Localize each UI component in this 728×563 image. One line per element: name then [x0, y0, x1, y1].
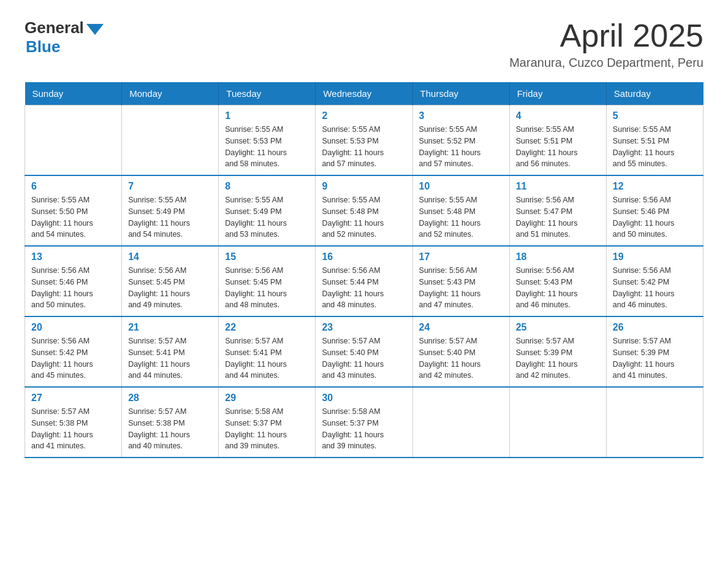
calendar-cell: 6Sunrise: 5:55 AM Sunset: 5:50 PM Daylig…: [25, 175, 122, 246]
calendar-cell: 21Sunrise: 5:57 AM Sunset: 5:41 PM Dayli…: [122, 316, 219, 387]
day-number: 15: [225, 251, 309, 262]
day-info: Sunrise: 5:57 AM Sunset: 5:40 PM Dayligh…: [322, 335, 406, 381]
day-info: Sunrise: 5:55 AM Sunset: 5:50 PM Dayligh…: [31, 194, 115, 240]
day-number: 19: [613, 251, 697, 262]
day-number: 16: [322, 251, 406, 262]
calendar-header-sunday: Sunday: [25, 82, 122, 105]
calendar-cell: 28Sunrise: 5:57 AM Sunset: 5:38 PM Dayli…: [122, 387, 219, 458]
day-number: 20: [31, 322, 115, 333]
day-number: 28: [128, 393, 212, 404]
calendar-table: SundayMondayTuesdayWednesdayThursdayFrid…: [25, 82, 703, 458]
day-info: Sunrise: 5:55 AM Sunset: 5:51 PM Dayligh…: [516, 124, 600, 170]
calendar-cell: 15Sunrise: 5:56 AM Sunset: 5:45 PM Dayli…: [219, 246, 316, 316]
calendar-cell: 11Sunrise: 5:56 AM Sunset: 5:47 PM Dayli…: [509, 175, 606, 246]
day-info: Sunrise: 5:56 AM Sunset: 5:42 PM Dayligh…: [31, 335, 115, 381]
calendar-cell: 22Sunrise: 5:57 AM Sunset: 5:41 PM Dayli…: [219, 316, 316, 387]
day-number: 13: [31, 251, 115, 262]
location-subtitle: Maranura, Cuzco Department, Peru: [509, 56, 703, 70]
calendar-header-monday: Monday: [122, 82, 219, 105]
calendar-cell: 7Sunrise: 5:55 AM Sunset: 5:49 PM Daylig…: [122, 175, 219, 246]
calendar-week-row: 6Sunrise: 5:55 AM Sunset: 5:50 PM Daylig…: [25, 175, 703, 246]
page-header: General Blue April 2025 Maranura, Cuzco …: [25, 18, 703, 70]
calendar-cell: 17Sunrise: 5:56 AM Sunset: 5:43 PM Dayli…: [412, 246, 509, 316]
day-number: 2: [322, 110, 406, 121]
day-info: Sunrise: 5:56 AM Sunset: 5:42 PM Dayligh…: [613, 265, 697, 311]
day-number: 9: [322, 181, 406, 192]
calendar-cell: 8Sunrise: 5:55 AM Sunset: 5:49 PM Daylig…: [219, 175, 316, 246]
day-number: 3: [419, 110, 503, 121]
day-number: 26: [613, 322, 697, 333]
day-number: 25: [516, 322, 600, 333]
day-info: Sunrise: 5:57 AM Sunset: 5:38 PM Dayligh…: [31, 406, 115, 452]
title-section: April 2025 Maranura, Cuzco Department, P…: [509, 18, 703, 70]
day-info: Sunrise: 5:56 AM Sunset: 5:45 PM Dayligh…: [128, 265, 212, 311]
calendar-cell: 30Sunrise: 5:58 AM Sunset: 5:37 PM Dayli…: [316, 387, 412, 458]
calendar-cell: 23Sunrise: 5:57 AM Sunset: 5:40 PM Dayli…: [316, 316, 412, 387]
day-number: 24: [419, 322, 503, 333]
day-number: 1: [225, 110, 309, 121]
calendar-week-row: 1Sunrise: 5:55 AM Sunset: 5:53 PM Daylig…: [25, 105, 703, 176]
day-info: Sunrise: 5:58 AM Sunset: 5:37 PM Dayligh…: [225, 406, 309, 452]
calendar-cell: 27Sunrise: 5:57 AM Sunset: 5:38 PM Dayli…: [25, 387, 122, 458]
calendar-cell: [412, 387, 509, 458]
calendar-cell: 4Sunrise: 5:55 AM Sunset: 5:51 PM Daylig…: [509, 105, 606, 176]
day-info: Sunrise: 5:55 AM Sunset: 5:48 PM Dayligh…: [322, 194, 406, 240]
day-number: 12: [613, 181, 697, 192]
day-info: Sunrise: 5:55 AM Sunset: 5:51 PM Dayligh…: [613, 124, 697, 170]
calendar-cell: 5Sunrise: 5:55 AM Sunset: 5:51 PM Daylig…: [606, 105, 703, 176]
logo-arrow-icon: [86, 24, 104, 35]
day-number: 29: [225, 393, 309, 404]
calendar-cell: 14Sunrise: 5:56 AM Sunset: 5:45 PM Dayli…: [122, 246, 219, 316]
logo-general-text: General: [25, 18, 84, 37]
calendar-cell: 16Sunrise: 5:56 AM Sunset: 5:44 PM Dayli…: [316, 246, 412, 316]
day-info: Sunrise: 5:57 AM Sunset: 5:38 PM Dayligh…: [128, 406, 212, 452]
calendar-cell: 19Sunrise: 5:56 AM Sunset: 5:42 PM Dayli…: [606, 246, 703, 316]
calendar-cell: 1Sunrise: 5:55 AM Sunset: 5:53 PM Daylig…: [219, 105, 316, 176]
day-info: Sunrise: 5:58 AM Sunset: 5:37 PM Dayligh…: [322, 406, 406, 452]
day-info: Sunrise: 5:55 AM Sunset: 5:52 PM Dayligh…: [419, 124, 503, 170]
day-info: Sunrise: 5:56 AM Sunset: 5:46 PM Dayligh…: [31, 265, 115, 311]
day-info: Sunrise: 5:55 AM Sunset: 5:48 PM Dayligh…: [419, 194, 503, 240]
day-number: 17: [419, 251, 503, 262]
calendar-cell: [606, 387, 703, 458]
day-number: 4: [516, 110, 600, 121]
day-info: Sunrise: 5:55 AM Sunset: 5:49 PM Dayligh…: [128, 194, 212, 240]
calendar-cell: 20Sunrise: 5:56 AM Sunset: 5:42 PM Dayli…: [25, 316, 122, 387]
logo: General Blue: [25, 18, 106, 56]
calendar-cell: 10Sunrise: 5:55 AM Sunset: 5:48 PM Dayli…: [412, 175, 509, 246]
day-info: Sunrise: 5:56 AM Sunset: 5:44 PM Dayligh…: [322, 265, 406, 311]
calendar-cell: 25Sunrise: 5:57 AM Sunset: 5:39 PM Dayli…: [509, 316, 606, 387]
day-number: 30: [322, 393, 406, 404]
day-number: 5: [613, 110, 697, 121]
calendar-cell: [509, 387, 606, 458]
day-info: Sunrise: 5:57 AM Sunset: 5:39 PM Dayligh…: [613, 335, 697, 381]
day-info: Sunrise: 5:55 AM Sunset: 5:49 PM Dayligh…: [225, 194, 309, 240]
day-info: Sunrise: 5:56 AM Sunset: 5:43 PM Dayligh…: [419, 265, 503, 311]
day-info: Sunrise: 5:56 AM Sunset: 5:47 PM Dayligh…: [516, 194, 600, 240]
day-info: Sunrise: 5:56 AM Sunset: 5:46 PM Dayligh…: [613, 194, 697, 240]
calendar-cell: 9Sunrise: 5:55 AM Sunset: 5:48 PM Daylig…: [316, 175, 412, 246]
calendar-header-friday: Friday: [509, 82, 606, 105]
day-number: 14: [128, 251, 212, 262]
logo-blue-text: Blue: [26, 37, 60, 56]
day-number: 7: [128, 181, 212, 192]
calendar-cell: 26Sunrise: 5:57 AM Sunset: 5:39 PM Dayli…: [606, 316, 703, 387]
day-number: 23: [322, 322, 406, 333]
calendar-cell: 24Sunrise: 5:57 AM Sunset: 5:40 PM Dayli…: [412, 316, 509, 387]
calendar-cell: 29Sunrise: 5:58 AM Sunset: 5:37 PM Dayli…: [219, 387, 316, 458]
day-number: 21: [128, 322, 212, 333]
calendar-cell: 13Sunrise: 5:56 AM Sunset: 5:46 PM Dayli…: [25, 246, 122, 316]
month-title: April 2025: [509, 18, 703, 53]
day-info: Sunrise: 5:56 AM Sunset: 5:43 PM Dayligh…: [516, 265, 600, 311]
calendar-cell: 18Sunrise: 5:56 AM Sunset: 5:43 PM Dayli…: [509, 246, 606, 316]
calendar-cell: 12Sunrise: 5:56 AM Sunset: 5:46 PM Dayli…: [606, 175, 703, 246]
day-number: 6: [31, 181, 115, 192]
day-number: 27: [31, 393, 115, 404]
day-info: Sunrise: 5:55 AM Sunset: 5:53 PM Dayligh…: [322, 124, 406, 170]
day-number: 18: [516, 251, 600, 262]
day-info: Sunrise: 5:57 AM Sunset: 5:40 PM Dayligh…: [419, 335, 503, 381]
day-number: 10: [419, 181, 503, 192]
day-number: 8: [225, 181, 309, 192]
calendar-week-row: 13Sunrise: 5:56 AM Sunset: 5:46 PM Dayli…: [25, 246, 703, 316]
calendar-cell: 2Sunrise: 5:55 AM Sunset: 5:53 PM Daylig…: [316, 105, 412, 176]
